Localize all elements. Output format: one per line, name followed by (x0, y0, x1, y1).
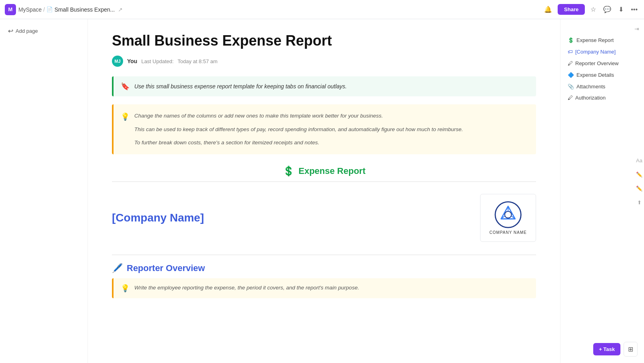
reporter-section: 🖊️ Reporter Overview 💡 Write the employe… (112, 263, 536, 298)
toc-icon-2: 🖊 (568, 60, 573, 67)
info-box-green: 🔖 Use this small business expense report… (112, 76, 536, 96)
share-link-icon[interactable]: ↗ (118, 6, 123, 13)
divider-1 (112, 182, 536, 182)
toc-label-2: Reporter Overview (575, 60, 618, 67)
left-sidebar: ↩ Add page (0, 19, 88, 363)
bottom-right: + Task ⊞ (593, 342, 638, 357)
reporter-heading-text: Reporter Overview (127, 263, 205, 273)
divider-2 (112, 255, 536, 255)
download-icon[interactable]: ⬇ (617, 4, 625, 15)
doc-icon: 📄 (46, 6, 53, 12)
task-button[interactable]: + Task (593, 343, 620, 355)
author-name: You (127, 58, 137, 64)
breadcrumb-sep: / (43, 6, 45, 13)
toc-label-1: [Company Name] (575, 49, 616, 56)
toc-label-5: Authorization (575, 95, 606, 102)
svg-point-2 (505, 211, 512, 218)
upload-icon[interactable]: ⬆ (637, 199, 642, 205)
company-name-text: [Company Name] (112, 211, 204, 224)
company-logo-svg (494, 201, 522, 229)
expense-report-heading: 💲 Expense Report (112, 166, 536, 177)
toc-icon-4: 📎 (568, 84, 574, 90)
edit-icon-1[interactable]: ✏️ (636, 172, 642, 178)
info-green-icon: 🔖 (121, 82, 130, 91)
right-sidebar-toc: ⇥ 💲Expense Report🏷[Company Name]🖊Reporte… (560, 19, 644, 363)
info-yellow-p1: Change the names of the columns or add n… (134, 112, 463, 120)
doc-name[interactable]: Small Business Expen... (54, 6, 115, 13)
toc-label-0: Expense Report (576, 37, 614, 44)
more-icon[interactable]: ••• (629, 4, 639, 15)
toc-label-3: Expense Details (576, 72, 614, 79)
expense-heading-text: Expense Report (299, 166, 366, 176)
info-box-yellow: 💡 Change the names of the columns or add… (112, 104, 536, 154)
topbar-left: M MySpace / 📄 Small Business Expen... ↗ (5, 4, 123, 15)
svg-point-0 (495, 202, 521, 227)
topbar: M MySpace / 📄 Small Business Expen... ↗ … (0, 0, 644, 19)
info-yellow-p2: This can be used to keep track of differ… (134, 125, 463, 134)
toc-item-5[interactable]: 🖊Authorization (565, 93, 639, 104)
last-updated-label: Last Updated: (141, 58, 173, 64)
info-yellow-p3: To further break down costs, there's a s… (134, 138, 463, 147)
add-page-label: Add page (16, 28, 38, 34)
bell-icon[interactable]: 🔔 (542, 4, 554, 15)
breadcrumb: MySpace / 📄 Small Business Expen... ↗ (18, 6, 123, 13)
workspace-name[interactable]: MySpace (18, 6, 42, 13)
workspace-logo[interactable]: M (5, 4, 16, 15)
toc-item-0[interactable]: 💲Expense Report (565, 35, 639, 46)
info-yellow-icon: 💡 (121, 112, 130, 121)
meta-row: MJ You Last Updated: Today at 8:57 am (112, 56, 536, 67)
reporter-icon: 🖊️ (112, 263, 123, 273)
avatar: MJ (112, 56, 123, 67)
toc-icon-5: 🖊 (568, 95, 573, 102)
toc-item-2[interactable]: 🖊Reporter Overview (565, 58, 639, 69)
info-green-text: Use this small business expense report t… (134, 83, 347, 90)
toc-item-4[interactable]: 📎Attachments (565, 82, 639, 92)
add-page-button[interactable]: ↩ Add page (5, 26, 83, 36)
toc-list: 💲Expense Report🏷[Company Name]🖊Reporter … (565, 35, 639, 104)
content-area: Small Business Expense Report MJ You Las… (88, 19, 560, 363)
expense-icon: 💲 (283, 166, 295, 177)
page-title: Small Business Expense Report (112, 32, 536, 49)
main-layout: ↩ Add page Small Business Expense Report… (0, 19, 644, 363)
toc-item-3[interactable]: 🔷Expense Details (565, 70, 639, 81)
toc-label-4: Attachments (576, 84, 605, 90)
share-button[interactable]: Share (558, 4, 585, 15)
toc-icon-1: 🏷 (568, 49, 573, 56)
last-updated-value: Today at 8:57 am (177, 58, 217, 64)
topbar-right: 🔔 Share ☆ 💬 ⬇ ••• (542, 4, 639, 15)
star-icon[interactable]: ☆ (589, 4, 598, 15)
chat-icon[interactable]: 💬 (602, 4, 613, 15)
toc-item-1[interactable]: 🏷[Company Name] (565, 47, 639, 58)
toc-icon-0: 💲 (568, 37, 574, 44)
company-logo-box: COMPANY NAME (480, 194, 536, 242)
info-box-reporter: 💡 Write the employee reporting the expen… (112, 278, 536, 298)
reporter-info-icon: 💡 (121, 284, 130, 293)
font-size-icon[interactable]: Aa (636, 158, 642, 164)
info-yellow-paragraphs: Change the names of the columns or add n… (134, 112, 463, 147)
company-logo-label: COMPANY NAME (489, 230, 526, 235)
collapse-icon[interactable]: ⇥ (634, 26, 639, 32)
reporter-info-text: Write the employee reporting the expense… (134, 284, 359, 292)
add-page-icon: ↩ (8, 27, 13, 35)
edit-icon-2[interactable]: ✏️ (636, 185, 642, 191)
grid-button[interactable]: ⊞ (624, 342, 638, 357)
toc-icon-3: 🔷 (568, 72, 574, 79)
company-block: [Company Name] COMPANY NAME (112, 190, 536, 250)
reporter-overview-heading: 🖊️ Reporter Overview (112, 263, 536, 273)
